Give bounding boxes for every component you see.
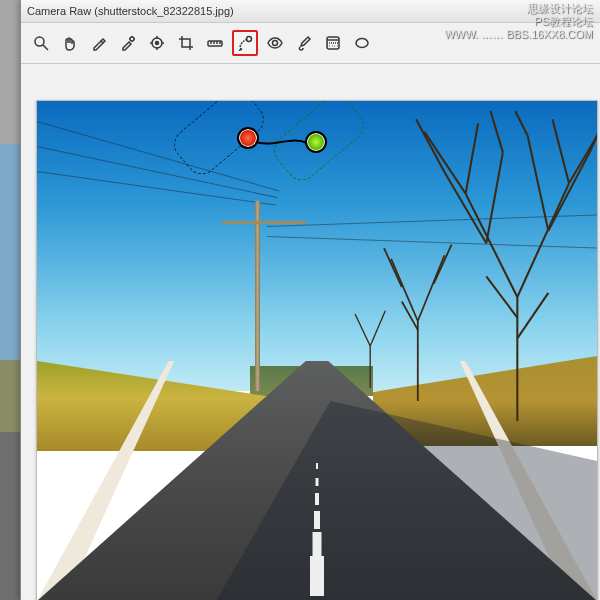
window-title: Camera Raw (shutterstock_82322815.jpg) bbox=[27, 5, 234, 17]
gradient-icon bbox=[325, 35, 341, 51]
brush-icon bbox=[296, 35, 312, 51]
targeted-adjustment-tool[interactable] bbox=[145, 31, 169, 55]
eye-icon bbox=[267, 35, 283, 51]
watermark-line: PS教程论坛 bbox=[444, 15, 593, 28]
watermark: 思缘设计论坛 PS教程论坛 WWW. …… BBS.16XX8.COM bbox=[444, 2, 593, 41]
target-adjust-icon bbox=[149, 35, 165, 51]
crop-icon bbox=[178, 35, 194, 51]
adjustment-brush-tool[interactable] bbox=[292, 31, 316, 55]
camera-raw-window: Camera Raw (shutterstock_82322815.jpg) 思… bbox=[20, 0, 600, 600]
straighten-icon bbox=[207, 35, 223, 51]
spot-removal-tool[interactable] bbox=[232, 30, 258, 56]
spot-removal-icon bbox=[237, 35, 253, 51]
spot-pin-source[interactable] bbox=[237, 127, 259, 149]
color-sampler-icon bbox=[120, 35, 136, 51]
pole-crossarm bbox=[222, 221, 306, 224]
radial-icon bbox=[354, 35, 370, 51]
zoom-tool[interactable] bbox=[29, 31, 53, 55]
red-eye-tool[interactable] bbox=[263, 31, 287, 55]
svg-point-8 bbox=[156, 42, 159, 45]
radial-filter-tool[interactable] bbox=[350, 31, 374, 55]
svg-line-1 bbox=[43, 45, 48, 50]
photo-preview bbox=[37, 101, 597, 600]
watermark-line: WWW. …… BBS.16XX8.COM bbox=[444, 28, 593, 41]
watermark-line: 思缘设计论坛 bbox=[444, 2, 593, 15]
preview-canvas[interactable] bbox=[36, 100, 598, 600]
svg-point-2 bbox=[130, 37, 134, 41]
lane-markings bbox=[37, 361, 597, 600]
svg-point-0 bbox=[35, 37, 44, 46]
spot-pin-destination[interactable] bbox=[305, 131, 327, 153]
hand-tool[interactable] bbox=[58, 31, 82, 55]
color-sampler-tool[interactable] bbox=[116, 31, 140, 55]
svg-point-24 bbox=[356, 39, 368, 48]
crop-tool[interactable] bbox=[174, 31, 198, 55]
spot-link bbox=[251, 137, 309, 147]
hand-icon bbox=[62, 35, 78, 51]
straighten-tool[interactable] bbox=[203, 31, 227, 55]
svg-point-19 bbox=[273, 41, 278, 46]
white-balance-tool[interactable] bbox=[87, 31, 111, 55]
background-sliver bbox=[0, 0, 20, 600]
magnifier-icon bbox=[33, 35, 49, 51]
eyedropper-icon bbox=[91, 35, 107, 51]
graduated-filter-tool[interactable] bbox=[321, 31, 345, 55]
svg-point-18 bbox=[247, 37, 252, 42]
